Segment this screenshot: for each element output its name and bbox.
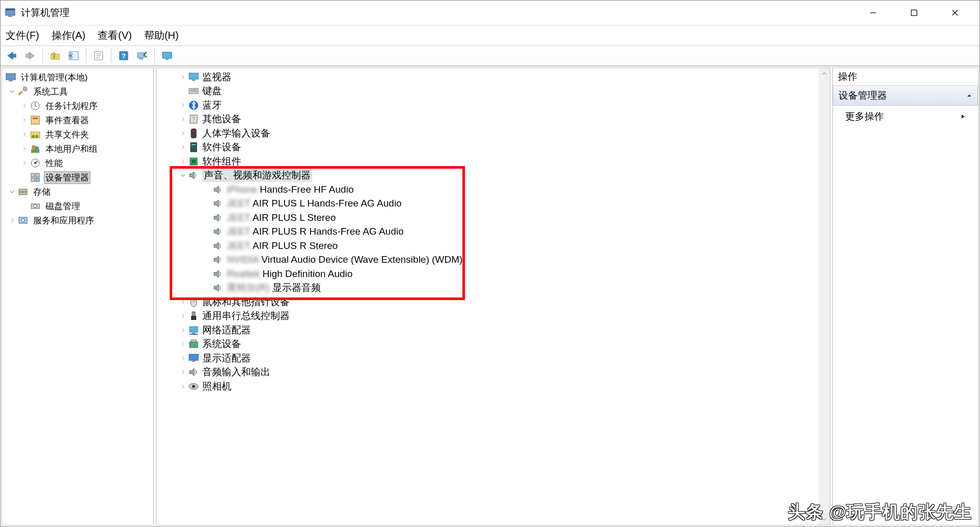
- tree-system-tools[interactable]: 系统工具: [3, 84, 152, 99]
- speaker-icon: [213, 198, 224, 209]
- maximize-button[interactable]: [894, 1, 935, 25]
- chevron-right-icon[interactable]: [178, 339, 188, 349]
- svg-rect-29: [31, 116, 39, 124]
- chevron-right-icon[interactable]: [178, 156, 188, 167]
- scroll-up-icon[interactable]: [821, 68, 827, 79]
- actions-section[interactable]: 设备管理器: [833, 85, 978, 106]
- tree-task-scheduler[interactable]: 任务计划程序: [3, 99, 152, 113]
- chevron-right-icon[interactable]: [19, 101, 30, 111]
- tree-services-apps[interactable]: 服务和应用程序: [3, 213, 152, 227]
- properties-button[interactable]: [90, 48, 107, 64]
- speaker-icon: [188, 170, 199, 181]
- device-sound-item-6[interactable]: Realtek High Definition Audio: [157, 267, 829, 281]
- menu-view[interactable]: 查看(V): [98, 29, 132, 42]
- svg-rect-22: [166, 59, 169, 60]
- device-sound-item-4[interactable]: JEET AIR PLUS R Stereo: [157, 239, 829, 253]
- device-category-display[interactable]: 显示适配器: [157, 351, 829, 365]
- device-category-usb[interactable]: 通用串行总线控制器: [157, 309, 829, 324]
- device-category-monitors[interactable]: 监视器: [157, 70, 829, 84]
- tree-storage[interactable]: 存储: [3, 185, 152, 199]
- chevron-down-icon[interactable]: [178, 170, 188, 180]
- device-category-mice[interactable]: 鼠标和其他指针设备: [157, 295, 829, 309]
- tree-local-users[interactable]: 本地用户和组: [3, 142, 152, 156]
- software-icon: [188, 142, 199, 153]
- up-level-button[interactable]: [47, 48, 63, 64]
- speaker-icon: [213, 268, 224, 280]
- chevron-right-icon[interactable]: [178, 142, 188, 152]
- bluetooth-icon: [188, 100, 199, 111]
- device-category-other[interactable]: ? 其他设备: [157, 112, 829, 127]
- close-button[interactable]: [935, 1, 975, 25]
- nav-forward-button[interactable]: [22, 48, 38, 64]
- svg-rect-73: [192, 361, 195, 362]
- chevron-right-icon[interactable]: [178, 114, 188, 124]
- device-category-sound[interactable]: 声音、视频和游戏控制器: [157, 169, 829, 183]
- storage-icon: [17, 186, 29, 197]
- device-sound-item-1[interactable]: JEET AIR PLUS L Hands-Free AG Audio: [157, 197, 829, 211]
- tree-shared-folders[interactable]: 共享文件夹: [3, 127, 152, 142]
- speaker-icon: [213, 282, 224, 293]
- chevron-right-icon[interactable]: [178, 325, 188, 335]
- submenu-icon: [961, 111, 966, 122]
- device-sound-item-0[interactable]: iPhone Hands-Free HF Audio: [157, 182, 829, 197]
- device-category-network[interactable]: 网络适配器: [157, 323, 829, 337]
- device-category-system[interactable]: 系统设备: [157, 337, 829, 352]
- chevron-right-icon[interactable]: [178, 367, 188, 377]
- chevron-right-icon[interactable]: [178, 72, 188, 82]
- chevron-right-icon[interactable]: [178, 297, 188, 307]
- chevron-down-icon[interactable]: [7, 187, 17, 197]
- chevron-right-icon[interactable]: [178, 353, 188, 363]
- svg-rect-2: [8, 16, 12, 17]
- chevron-right-icon[interactable]: [19, 144, 30, 154]
- tree-root[interactable]: 计算机管理(本地): [3, 70, 152, 84]
- device-sound-item-2[interactable]: JEET AIR PLUS L Stereo: [157, 211, 829, 225]
- vertical-scrollbar[interactable]: [819, 68, 830, 525]
- svg-rect-39: [31, 173, 35, 177]
- menu-file[interactable]: 文件(F): [6, 29, 39, 42]
- help-button[interactable]: ?: [115, 48, 132, 64]
- svg-rect-20: [139, 58, 143, 59]
- chevron-right-icon[interactable]: [19, 129, 30, 140]
- minimize-button[interactable]: [853, 1, 894, 25]
- collapse-icon[interactable]: [966, 90, 972, 101]
- chevron-right-icon[interactable]: [178, 381, 188, 392]
- tree-performance[interactable]: 性能: [3, 156, 152, 170]
- monitor-button[interactable]: [159, 48, 175, 64]
- menu-action[interactable]: 操作(A): [52, 29, 86, 42]
- chevron-right-icon[interactable]: [178, 311, 188, 321]
- svg-rect-71: [191, 340, 196, 342]
- svg-rect-30: [33, 118, 38, 119]
- device-sound-item-7[interactable]: 英特尔(R) 显示器音频: [157, 281, 829, 295]
- speaker-icon: [213, 212, 224, 223]
- chevron-right-icon[interactable]: [19, 115, 30, 125]
- device-category-hid[interactable]: 人体学输入设备: [157, 126, 829, 141]
- chevron-down-icon[interactable]: [7, 86, 17, 97]
- scan-hardware-button[interactable]: [134, 48, 150, 64]
- device-sound-item-3[interactable]: JEET AIR PLUS R Hands-Free AG Audio: [157, 225, 829, 239]
- chevron-right-icon[interactable]: [19, 158, 30, 168]
- device-category-cameras[interactable]: 照相机: [157, 379, 829, 394]
- chevron-right-icon[interactable]: [178, 128, 188, 139]
- show-hide-tree-button[interactable]: [65, 48, 82, 64]
- svg-rect-44: [19, 192, 27, 195]
- usb-icon: [188, 310, 199, 322]
- monitor-icon: [188, 72, 199, 83]
- device-category-keyboards[interactable]: 键盘: [157, 84, 829, 99]
- disk-icon: [30, 200, 41, 212]
- tree-event-viewer[interactable]: 事件查看器: [3, 113, 152, 127]
- device-sound-item-5[interactable]: NVIDIA Virtual Audio Device (Wave Extens…: [157, 253, 829, 267]
- device-category-audio-io[interactable]: 音频输入和输出: [157, 365, 829, 380]
- nav-back-button[interactable]: [4, 48, 20, 64]
- device-category-bluetooth[interactable]: 蓝牙: [157, 98, 829, 112]
- chevron-right-icon[interactable]: [178, 100, 188, 110]
- svg-rect-8: [26, 54, 30, 57]
- chevron-right-icon[interactable]: [7, 215, 17, 225]
- device-category-software-devices[interactable]: 软件设备: [157, 141, 829, 155]
- display-icon: [188, 353, 199, 364]
- svg-point-48: [21, 219, 25, 222]
- actions-more[interactable]: 更多操作: [833, 107, 978, 126]
- tree-disk-management[interactable]: 磁盘管理: [3, 199, 152, 213]
- tree-device-manager[interactable]: 设备管理器: [3, 170, 152, 185]
- menu-help[interactable]: 帮助(H): [144, 29, 179, 42]
- device-category-software-components[interactable]: 软件组件: [157, 154, 829, 169]
